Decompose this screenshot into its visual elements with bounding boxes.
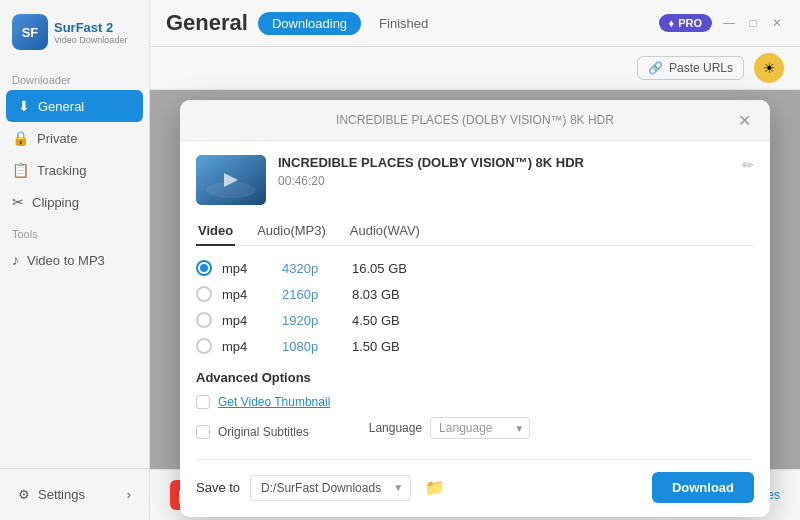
download-icon: ⬇: [18, 98, 30, 114]
language-select[interactable]: Language: [430, 417, 530, 439]
save-to-label: Save to: [196, 480, 240, 495]
advanced-options-title: Advanced Options: [196, 370, 754, 385]
sidebar-item-clipping[interactable]: ✂ Clipping: [0, 186, 149, 218]
settings-item[interactable]: ⚙ Settings ›: [6, 479, 143, 510]
tab-bar: Downloading Finished: [258, 12, 442, 35]
main-content: General Downloading Finished ♦ PRO — □ ✕…: [150, 0, 800, 520]
logo-area: SF SurFast 2 Video Downloader: [0, 0, 149, 64]
language-label: Language: [369, 421, 422, 435]
modal-header: INCREDIBLE PLACES (DOLBY VISION™) 8K HDR…: [180, 100, 770, 141]
tab-finished[interactable]: Finished: [365, 12, 442, 35]
pro-badge[interactable]: ♦ PRO: [659, 14, 712, 32]
quality-format-2160: mp4: [222, 287, 272, 302]
video-meta: INCREDIBLE PLACES (DOLBY VISION™) 8K HDR…: [278, 155, 730, 188]
quality-res-1080: 1080p: [282, 339, 342, 354]
quality-row-1920[interactable]: mp4 1920p 4.50 GB: [196, 310, 754, 330]
quality-size-1080: 1.50 GB: [352, 339, 400, 354]
quality-format-1080: mp4: [222, 339, 272, 354]
save-path-select[interactable]: D:/SurFast Downloads: [250, 475, 411, 501]
modal-title: INCREDIBLE PLACES (DOLBY VISION™) 8K HDR: [216, 113, 734, 127]
svg-point-1: [206, 182, 256, 198]
tab-downloading[interactable]: Downloading: [258, 12, 361, 35]
quality-format-4320: mp4: [222, 261, 272, 276]
sidebar-bottom: ⚙ Settings ›: [0, 468, 149, 520]
quality-size-1920: 4.50 GB: [352, 313, 400, 328]
sidebar-item-video-to-mp3-label: Video to MP3: [27, 253, 105, 268]
sidebar-item-tracking-label: Tracking: [37, 163, 86, 178]
app-title: SurFast 2: [54, 20, 127, 35]
tools-section-label: Tools: [0, 218, 149, 244]
quality-res-1920: 1920p: [282, 313, 342, 328]
logo-text: SurFast 2 Video Downloader: [54, 20, 127, 45]
radio-4320[interactable]: [196, 260, 212, 276]
paste-urls-button[interactable]: 🔗 Paste URLs: [637, 56, 744, 80]
sidebar: SF SurFast 2 Video Downloader Downloader…: [0, 0, 150, 520]
save-path-wrapper: D:/SurFast Downloads ▼: [250, 475, 411, 501]
subtitles-row: Original Subtitles: [196, 425, 309, 439]
radio-2160[interactable]: [196, 286, 212, 302]
video-thumbnail: [196, 155, 266, 205]
format-tab-wav[interactable]: Audio(WAV): [348, 217, 422, 246]
radio-1080[interactable]: [196, 338, 212, 354]
video-info: INCREDIBLE PLACES (DOLBY VISION™) 8K HDR…: [196, 155, 754, 205]
settings-chevron-icon: ›: [127, 487, 131, 502]
modal-close-button[interactable]: ✕: [734, 110, 754, 130]
clipping-icon: ✂: [12, 194, 24, 210]
app-subtitle: Video Downloader: [54, 35, 127, 45]
quality-size-2160: 8.03 GB: [352, 287, 400, 302]
quality-list: mp4 4320p 16.05 GB mp4 2160p 8.03 GB mp4…: [196, 258, 754, 356]
video-duration: 00:46:20: [278, 174, 730, 188]
get-thumbnail-label[interactable]: Get Video Thumbnail: [218, 395, 330, 409]
save-row: Save to D:/SurFast Downloads ▼ 📁 Downloa…: [196, 459, 754, 503]
settings-label: Settings: [38, 487, 85, 502]
quality-res-2160: 2160p: [282, 287, 342, 302]
get-thumbnail-row: Get Video Thumbnail: [196, 395, 754, 409]
tracking-icon: 📋: [12, 162, 29, 178]
format-tab-video[interactable]: Video: [196, 217, 235, 246]
app-logo-icon: SF: [12, 14, 48, 50]
video-title: INCREDIBLE PLACES (DOLBY VISION™) 8K HDR: [278, 155, 730, 170]
format-tabs: Video Audio(MP3) Audio(WAV): [196, 217, 754, 246]
downloader-section-label: Downloader: [0, 64, 149, 90]
sidebar-item-tracking[interactable]: 📋 Tracking: [0, 154, 149, 186]
sidebar-item-general-label: General: [38, 99, 84, 114]
subtitles-checkbox[interactable]: [196, 425, 210, 439]
quality-res-4320: 4320p: [282, 261, 342, 276]
diamond-icon: ♦: [669, 17, 675, 29]
minimize-button[interactable]: —: [722, 16, 736, 30]
maximize-button[interactable]: □: [746, 16, 760, 30]
thumbnail-checkbox[interactable]: [196, 395, 210, 409]
format-tab-mp3[interactable]: Audio(MP3): [255, 217, 328, 246]
settings-gear-icon: ⚙: [18, 487, 30, 502]
sidebar-item-clipping-label: Clipping: [32, 195, 79, 210]
edit-icon[interactable]: ✏: [742, 157, 754, 173]
quality-row-1080[interactable]: mp4 1080p 1.50 GB: [196, 336, 754, 356]
language-select-wrapper: Language ▼: [430, 417, 530, 439]
sidebar-item-private[interactable]: 🔒 Private: [0, 122, 149, 154]
sidebar-item-general[interactable]: ⬇ General: [6, 90, 143, 122]
main-body: INCREDIBLE PLACES (DOLBY VISION™) 8K HDR…: [150, 90, 800, 469]
sun-settings-button[interactable]: ☀: [754, 53, 784, 83]
close-button[interactable]: ✕: [770, 16, 784, 30]
quality-row-4320[interactable]: mp4 4320p 16.05 GB: [196, 258, 754, 278]
browse-folder-button[interactable]: 📁: [421, 476, 449, 499]
link-icon: 🔗: [648, 61, 663, 75]
sidebar-item-video-to-mp3[interactable]: ♪ Video to MP3: [0, 244, 149, 276]
quality-format-1920: mp4: [222, 313, 272, 328]
page-title: General: [166, 10, 248, 36]
subtitles-label: Original Subtitles: [218, 425, 309, 439]
modal-body: INCREDIBLE PLACES (DOLBY VISION™) 8K HDR…: [180, 141, 770, 517]
download-button[interactable]: Download: [652, 472, 754, 503]
music-icon: ♪: [12, 252, 19, 268]
radio-1920[interactable]: [196, 312, 212, 328]
language-row: Language Language ▼: [369, 417, 530, 439]
lock-icon: 🔒: [12, 130, 29, 146]
quality-size-4320: 16.05 GB: [352, 261, 407, 276]
quality-row-2160[interactable]: mp4 2160p 8.03 GB: [196, 284, 754, 304]
sidebar-item-private-label: Private: [37, 131, 77, 146]
download-modal: INCREDIBLE PLACES (DOLBY VISION™) 8K HDR…: [180, 100, 770, 517]
